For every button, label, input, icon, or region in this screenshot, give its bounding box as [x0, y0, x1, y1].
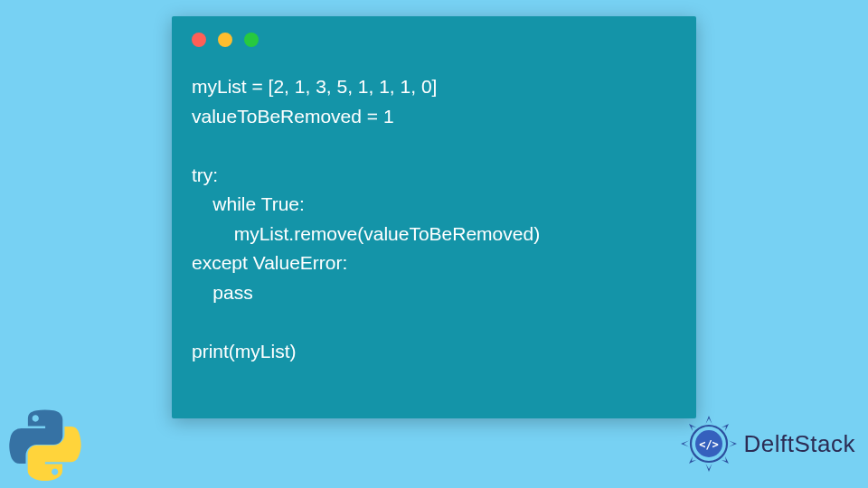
maximize-icon: [244, 33, 259, 47]
brand-emblem-icon: </>: [679, 414, 739, 474]
svg-text:</>: </>: [699, 438, 719, 451]
brand-name: DelftStack: [744, 430, 856, 458]
close-icon: [192, 33, 206, 47]
code-content: myList = [2, 1, 3, 5, 1, 1, 1, 0] valueT…: [172, 56, 696, 384]
minimize-icon: [218, 33, 232, 47]
python-icon: [9, 408, 81, 481]
window-traffic-lights: [172, 16, 696, 56]
brand-logo: </> DelftStack: [679, 414, 856, 474]
code-window: myList = [2, 1, 3, 5, 1, 1, 1, 0] valueT…: [172, 16, 696, 418]
